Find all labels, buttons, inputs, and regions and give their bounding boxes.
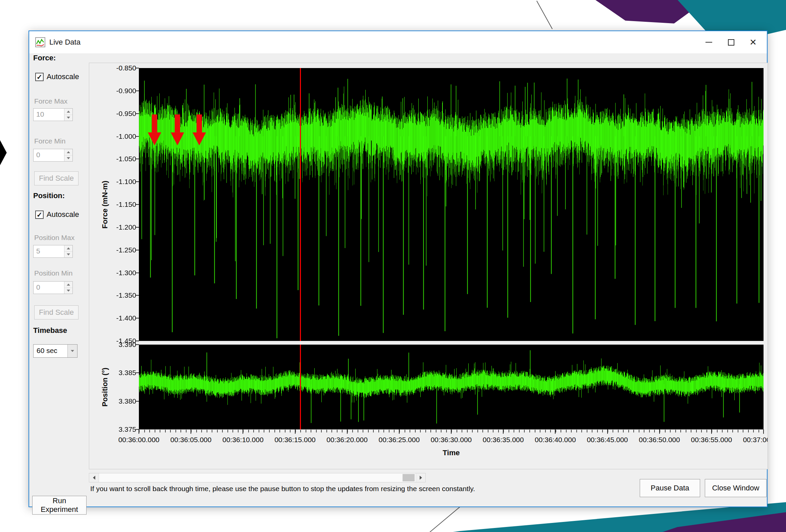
spin-down-icon bbox=[67, 117, 70, 119]
close-button[interactable]: ✕ bbox=[742, 32, 764, 52]
window-controls: ✕ bbox=[698, 31, 764, 53]
pause-data-button[interactable]: Pause Data bbox=[640, 479, 700, 497]
force-section-label: Force: bbox=[33, 54, 56, 62]
y-tick-label: -1.200 bbox=[96, 223, 136, 232]
force-max-input[interactable]: 10 bbox=[33, 108, 73, 121]
y-tick-label: 3.375 bbox=[96, 425, 136, 434]
spin-up-icon bbox=[67, 151, 70, 153]
force-plot-canvas[interactable] bbox=[139, 68, 764, 341]
position-max-input[interactable]: 5 bbox=[33, 245, 73, 258]
y-tick-label: -1.000 bbox=[96, 132, 136, 141]
titlebar[interactable]: Live Data ✕ bbox=[29, 31, 767, 53]
y-tick-label: 3.385 bbox=[96, 368, 136, 378]
decor-diagonal-line-bottom bbox=[430, 504, 463, 532]
time-scrollbar[interactable] bbox=[89, 473, 426, 482]
y-tick-label: -0.950 bbox=[96, 109, 136, 118]
x-tick-mark bbox=[503, 430, 504, 434]
spin-down-button[interactable] bbox=[64, 251, 72, 258]
position-plot-canvas[interactable] bbox=[139, 345, 764, 430]
spin-up-button[interactable] bbox=[64, 245, 72, 251]
spin-down-icon bbox=[67, 253, 70, 256]
spin-down-icon bbox=[67, 290, 70, 292]
position-section-label: Position: bbox=[33, 191, 65, 200]
y-tick-mark bbox=[136, 159, 139, 159]
position-axis-label: Position (°) bbox=[101, 345, 109, 430]
force-min-input[interactable]: 0 bbox=[33, 149, 73, 162]
spin-down-button[interactable] bbox=[64, 115, 72, 121]
force-find-scale-button[interactable]: Find Scale bbox=[34, 171, 78, 185]
y-tick-mark bbox=[136, 295, 139, 296]
y-tick-label: -1.150 bbox=[96, 200, 136, 209]
position-find-scale-button[interactable]: Find Scale bbox=[34, 306, 78, 319]
position-max-value: 5 bbox=[36, 247, 40, 255]
force-min-value: 0 bbox=[36, 151, 40, 159]
y-tick-mark bbox=[136, 227, 139, 227]
position-min-input[interactable]: 0 bbox=[33, 281, 73, 294]
position-min-spinner[interactable] bbox=[64, 282, 72, 294]
x-tick-mark bbox=[399, 430, 399, 434]
minimize-button[interactable] bbox=[698, 32, 720, 52]
x-tick-mark bbox=[347, 430, 348, 434]
x-tick-mark bbox=[295, 430, 296, 434]
x-tick-mark bbox=[555, 430, 556, 434]
y-tick-label: -1.400 bbox=[96, 313, 136, 323]
close-window-button[interactable]: Close Window bbox=[705, 479, 766, 497]
y-tick-mark bbox=[136, 250, 139, 250]
y-tick-label: -1.250 bbox=[96, 245, 136, 255]
position-autoscale-label: Autoscale bbox=[47, 210, 79, 219]
y-tick-label: -0.900 bbox=[96, 86, 136, 96]
maximize-button[interactable] bbox=[720, 32, 742, 52]
force-max-value: 10 bbox=[36, 110, 44, 118]
y-tick-mark bbox=[136, 91, 139, 91]
checkbox-box: ✓ bbox=[35, 73, 44, 81]
spin-up-button[interactable] bbox=[64, 149, 72, 155]
arrow-left-icon bbox=[93, 476, 95, 480]
scroll-hint-text: If you want to scroll back through time,… bbox=[90, 485, 614, 493]
position-plot bbox=[139, 345, 764, 430]
force-min-spinner[interactable] bbox=[64, 149, 72, 161]
window-title: Live Data bbox=[49, 38, 80, 47]
y-tick-mark bbox=[136, 136, 139, 137]
chart-area: Force (mN-m) Position (°) Time -0.850-0.… bbox=[89, 63, 768, 469]
y-tick-mark bbox=[136, 272, 139, 273]
spin-down-button[interactable] bbox=[64, 155, 72, 162]
y-tick-mark bbox=[136, 113, 139, 114]
timebase-dropdown[interactable]: 60 sec bbox=[33, 344, 77, 358]
position-max-spinner[interactable] bbox=[64, 245, 72, 258]
arrow-right-icon bbox=[420, 476, 422, 480]
y-tick-mark bbox=[136, 318, 139, 318]
scrollbar-thumb[interactable] bbox=[402, 474, 415, 481]
x-tick-mark bbox=[242, 430, 243, 434]
checkbox-box: ✓ bbox=[35, 211, 44, 219]
position-autoscale-checkbox[interactable]: ✓ Autoscale bbox=[35, 210, 79, 219]
y-tick-mark bbox=[136, 182, 139, 182]
scroll-left-button[interactable] bbox=[89, 473, 99, 482]
spin-up-button[interactable] bbox=[64, 108, 72, 115]
chevron-down-icon bbox=[71, 350, 74, 352]
check-icon: ✓ bbox=[37, 211, 43, 218]
spin-down-button[interactable] bbox=[64, 288, 72, 294]
x-tick-mark bbox=[190, 430, 191, 434]
force-autoscale-checkbox[interactable]: ✓ Autoscale bbox=[35, 72, 79, 81]
dropdown-arrow-button[interactable] bbox=[67, 345, 77, 357]
y-tick-label: -1.300 bbox=[96, 268, 136, 277]
decor-diagonal-line-top bbox=[536, 1, 553, 29]
timebase-value: 60 sec bbox=[37, 347, 57, 355]
force-plot bbox=[139, 68, 764, 341]
scroll-right-button[interactable] bbox=[416, 473, 425, 482]
decor-left-wedge bbox=[0, 140, 7, 165]
spin-up-button[interactable] bbox=[64, 282, 72, 288]
run-experiment-button[interactable]: Run Experiment bbox=[32, 496, 87, 514]
timebase-label: Timebase bbox=[33, 326, 67, 335]
check-icon: ✓ bbox=[37, 73, 43, 80]
spin-up-icon bbox=[67, 284, 70, 286]
y-tick-label: 3.380 bbox=[96, 396, 136, 406]
force-max-spinner[interactable] bbox=[64, 108, 72, 121]
scrollbar-track[interactable] bbox=[99, 473, 416, 482]
time-axis-label: Time bbox=[139, 449, 764, 457]
maximize-icon bbox=[728, 39, 734, 46]
position-min-value: 0 bbox=[36, 283, 40, 291]
spin-up-icon bbox=[67, 247, 70, 249]
x-tick-mark bbox=[451, 430, 452, 434]
y-tick-label: 3.390 bbox=[96, 340, 136, 349]
